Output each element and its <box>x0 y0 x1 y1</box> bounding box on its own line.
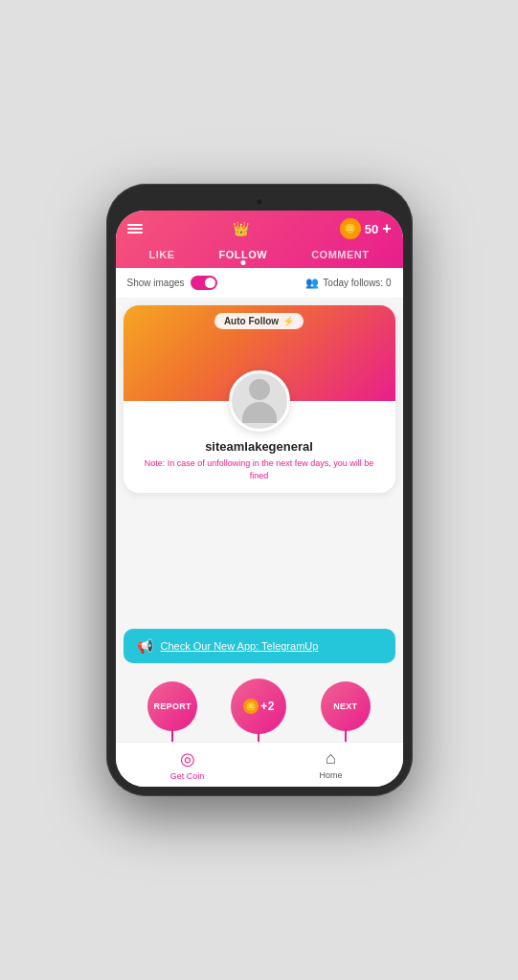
nav-get-coin[interactable]: ◎ Get Coin <box>116 748 259 781</box>
tabs: LIKE FOLLOW COMMENT <box>127 245 392 268</box>
phone-screen: 👑 🪙 50 + LIKE FOLLOW COMMENT Sh <box>116 211 403 787</box>
card-banner: Auto Follow ⚡ <box>124 305 395 401</box>
today-follows-label: Today follows: 0 <box>323 278 391 288</box>
tab-comment[interactable]: COMMENT <box>304 245 376 268</box>
auto-follow-badge[interactable]: Auto Follow ⚡ <box>214 313 304 329</box>
home-label: Home <box>319 770 342 780</box>
coin-count: 50 <box>365 222 378 236</box>
bottom-nav: ◎ Get Coin ⌂ Home <box>116 742 403 787</box>
follow-stat-icon: 👥 <box>305 277 319 289</box>
megaphone-icon: 📢 <box>137 638 153 654</box>
follow-button[interactable]: 🪙 +2 <box>231 679 286 734</box>
avatar-person <box>242 379 277 423</box>
get-coin-label: Get Coin <box>170 771 205 781</box>
profile-card: Auto Follow ⚡ siteamlakegeneral Note: In… <box>124 305 395 493</box>
avatar-body <box>242 402 277 423</box>
promo-banner[interactable]: 📢 Check Our New App: TelegramUp <box>124 629 395 663</box>
show-images-toggle[interactable] <box>191 276 217 290</box>
controls-bar: Show images 👥 Today follows: 0 <box>116 268 403 298</box>
notch-area <box>116 193 403 211</box>
action-buttons: REPORT 🪙 +2 NEXT <box>116 671 403 742</box>
report-line <box>171 729 173 742</box>
camera <box>256 198 263 206</box>
avatar-head <box>249 379 270 400</box>
nav-home[interactable]: ⌂ Home <box>259 748 403 781</box>
header: 👑 🪙 50 + LIKE FOLLOW COMMENT <box>116 211 403 268</box>
follow-line <box>258 732 259 742</box>
auto-follow-label: Auto Follow <box>224 316 279 326</box>
next-button[interactable]: NEXT <box>321 681 371 731</box>
menu-button[interactable] <box>127 224 143 234</box>
report-button[interactable]: REPORT <box>147 681 197 731</box>
show-images-label: Show images <box>127 278 185 288</box>
add-coins-button[interactable]: + <box>382 220 391 237</box>
header-top: 👑 🪙 50 + <box>127 218 392 239</box>
tab-like[interactable]: LIKE <box>141 245 182 268</box>
coins-area: 🪙 50 + <box>340 218 392 239</box>
home-icon: ⌂ <box>326 748 336 768</box>
tab-follow[interactable]: FOLLOW <box>212 245 276 268</box>
main-content: Show images 👥 Today follows: 0 Auto Foll… <box>116 268 403 742</box>
promo-text: Check Our New App: TelegramUp <box>161 640 319 652</box>
avatar <box>229 370 290 432</box>
spacer <box>116 501 403 621</box>
note-text: Note: In case of unfollowing in the next… <box>135 457 384 481</box>
get-coin-icon: ◎ <box>180 748 195 769</box>
crown-icon: 👑 <box>233 221 249 236</box>
phone-frame: 👑 🪙 50 + LIKE FOLLOW COMMENT Sh <box>106 184 413 796</box>
lightning-icon: ⚡ <box>282 316 294 326</box>
follow-reward: 🪙 +2 <box>243 699 274 714</box>
coin-reward-icon: 🪙 <box>243 699 259 714</box>
next-line <box>345 729 347 742</box>
today-follows: 👥 Today follows: 0 <box>305 277 391 289</box>
username: siteamlakegeneral <box>135 439 384 454</box>
coin-icon: 🪙 <box>340 218 361 239</box>
show-images-control: Show images <box>127 276 217 290</box>
